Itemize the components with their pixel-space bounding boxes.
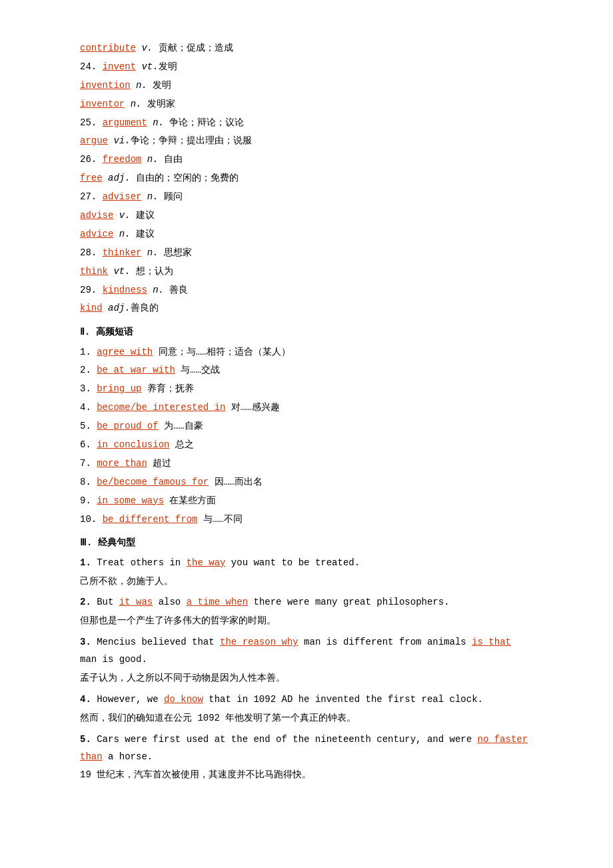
sentence-num-1: 1. — [80, 557, 91, 568]
sentence-5-en: 5. Cars were first used at the end of th… — [80, 731, 533, 766]
phrase-def-10: 与……不同 — [203, 514, 243, 525]
word-argue[interactable]: argue — [80, 135, 108, 146]
sentence-link1-4[interactable]: do know — [164, 694, 203, 705]
sentence-link1-2[interactable]: it was — [119, 597, 153, 607]
phrase-def-8: 因……而出名 — [215, 477, 263, 487]
phrase-def-2: 与……交战 — [181, 365, 220, 375]
word-thinker[interactable]: thinker — [103, 247, 142, 258]
num-29: 29. — [80, 285, 97, 295]
pos-contribute: v. 贡献；促成；造成 — [141, 43, 233, 53]
num-27: 27. — [80, 191, 97, 202]
phrase-5: 5. be proud of 为……自豪 — [80, 418, 533, 435]
phrase-1: 1. agree with 同意；与……相符；适合（某人） — [80, 344, 533, 361]
sentence-2-zh: 但那也是一个产生了许多伟大的哲学家的时期。 — [80, 613, 533, 630]
word-argument[interactable]: argument — [103, 117, 147, 128]
vocab-contribute: contribute v. 贡献；促成；造成 — [80, 40, 533, 57]
phrase-link-10[interactable]: be different from — [103, 514, 198, 525]
phrase-3: 3. bring up 养育；抚养 — [80, 381, 533, 398]
phrase-6: 6. in conclusion 总之 — [80, 437, 533, 454]
phrase-num-10: 10. — [80, 514, 97, 525]
pos-invention: n. 发明 — [136, 80, 171, 91]
phrases-header: Ⅱ. 高频短语 — [80, 324, 533, 341]
sentence-link1-3[interactable]: the reason why — [220, 637, 299, 647]
vocab-27: 27. adviser n. 顾问 — [80, 189, 533, 206]
phrase-num-3: 3. — [80, 383, 91, 394]
pos-advise: v. 建议 — [119, 210, 155, 221]
phrases-section: Ⅱ. 高频短语 1. agree with 同意；与……相符；适合（某人） 2.… — [80, 324, 533, 528]
phrase-link-2[interactable]: be at war with — [97, 365, 175, 375]
phrase-link-3[interactable]: bring up — [97, 383, 141, 394]
sentence-num-4: 4. — [80, 694, 91, 705]
sentence-after-3: man is good. — [80, 654, 147, 665]
num-24: 24. — [80, 61, 97, 72]
phrase-link-6[interactable]: in conclusion — [97, 439, 169, 450]
sentence-1-en: 1. Treat others in the way you want to b… — [80, 555, 533, 572]
word-advise[interactable]: advise — [80, 210, 113, 221]
pos-kindness: n. 善良 — [153, 285, 188, 295]
pos-argument: n. 争论；辩论；议论 — [153, 117, 244, 128]
phrase-8: 8. be/become famous for 因……而出名 — [80, 474, 533, 491]
pos-adviser: n. 顾问 — [147, 191, 183, 202]
sentence-num-3: 3. — [80, 637, 91, 647]
word-contribute[interactable]: contribute — [80, 43, 136, 53]
phrase-num-9: 9. — [80, 495, 91, 506]
sentence-middle-1: you want to be treated. — [225, 557, 360, 568]
sentence-link2-2[interactable]: a time when — [187, 597, 248, 607]
sentence-3-zh: 孟子认为，人之所以不同于动物是因为人性本善。 — [80, 670, 533, 687]
sentence-middle-3: man is different from animals — [299, 637, 472, 647]
num-28: 28. — [80, 247, 97, 258]
word-kind[interactable]: kind — [80, 303, 103, 313]
sentence-link2-3[interactable]: is that — [472, 637, 511, 647]
word-inventor[interactable]: inventor — [80, 99, 125, 109]
phrase-link-8[interactable]: be/become famous for — [97, 477, 209, 487]
pos-freedom: n. 自由 — [147, 154, 183, 165]
phrase-10: 10. be different from 与……不同 — [80, 511, 533, 529]
sentence-before-4: However, we — [97, 694, 164, 705]
sentence-5-zh: 19 世纪末，汽车首次被使用，其速度并不比马跑得快。 — [80, 767, 533, 784]
phrase-num-2: 2. — [80, 365, 91, 375]
word-kindness[interactable]: kindness — [103, 285, 147, 295]
pos-argue: vi.争论；争辩；提出理由；说服 — [113, 135, 251, 146]
phrase-4: 4. become/be interested in 对……感兴趣 — [80, 399, 533, 417]
phrase-link-4[interactable]: become/be interested in — [97, 402, 225, 413]
sentences-section: Ⅲ. 经典句型 1. Treat others in the way you w… — [80, 535, 533, 784]
word-freedom[interactable]: freedom — [103, 154, 142, 165]
vocab-24: 24. invent vt.发明 — [80, 59, 533, 76]
vocab-advice: advice n. 建议 — [80, 226, 533, 243]
sentence-link1-1[interactable]: the way — [187, 557, 226, 568]
vocab-29: 29. kindness n. 善良 — [80, 282, 533, 299]
vocab-invention: invention n. 发明 — [80, 77, 533, 95]
word-free[interactable]: free — [80, 173, 103, 183]
phrase-link-9[interactable]: in some ways — [97, 495, 164, 506]
sentence-2-en: 2. But it was also a time when there wer… — [80, 594, 533, 611]
phrase-2: 2. be at war with 与……交战 — [80, 362, 533, 379]
phrase-link-1[interactable]: agree with — [97, 347, 153, 357]
num-25: 25. — [80, 117, 97, 128]
word-advice[interactable]: advice — [80, 229, 113, 239]
pos-free: adj. 自由的；空闲的；免费的 — [108, 173, 239, 183]
word-think[interactable]: think — [80, 266, 108, 277]
phrase-def-6: 总之 — [175, 439, 194, 450]
pos-think: vt. 想；认为 — [113, 266, 173, 277]
pos-advice: n. 建议 — [119, 229, 155, 239]
phrase-num-5: 5. — [80, 421, 91, 431]
word-invent[interactable]: invent — [103, 61, 136, 72]
vocab-think: think vt. 想；认为 — [80, 263, 533, 281]
phrase-num-6: 6. — [80, 439, 91, 450]
word-adviser[interactable]: adviser — [103, 191, 142, 202]
sentence-num-5: 5. — [80, 734, 91, 745]
phrase-num-7: 7. — [80, 458, 91, 469]
phrase-link-7[interactable]: more than — [97, 458, 147, 469]
sentence-middle-5: a horse. — [103, 751, 153, 762]
sentence-middle-2: also — [153, 597, 186, 607]
sentence-after-2: there were many great philosophers. — [248, 597, 449, 607]
phrase-link-5[interactable]: be proud of — [97, 421, 158, 431]
sentence-3-en: 3. Mencius believed that the reason why … — [80, 634, 533, 669]
sentence-before-2: But — [97, 597, 119, 607]
sentence-4-en: 4. However, we do know that in 1092 AD h… — [80, 691, 533, 709]
phrase-def-3: 养育；抚养 — [147, 383, 194, 394]
sentence-before-5: Cars were first used at the end of the n… — [97, 734, 477, 745]
pos-invent: vt.发明 — [141, 61, 177, 72]
word-invention[interactable]: invention — [80, 80, 131, 91]
phrase-num-1: 1. — [80, 347, 91, 357]
